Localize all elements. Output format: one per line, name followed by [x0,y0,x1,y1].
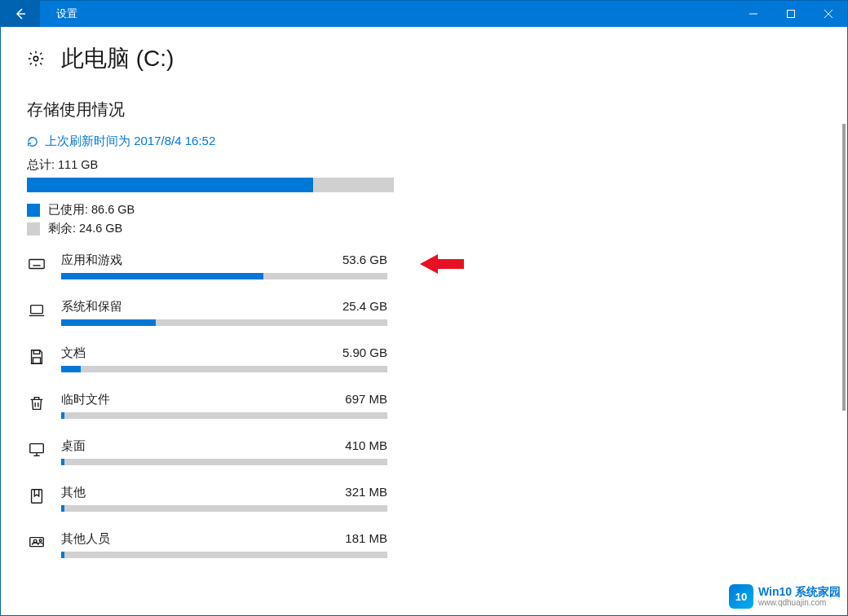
category-name: 系统和保留 [61,299,122,315]
watermark-line1: Win10 系统家园 [758,586,841,598]
minimize-button[interactable] [735,1,772,27]
legend-used: 已使用: 86.6 GB [27,202,821,218]
bookmark-icon [27,486,46,506]
category-body: 临时文件697 MB [61,392,387,419]
category-row[interactable]: 其他321 MB [27,485,821,512]
section-title: 存储使用情况 [27,99,821,121]
watermark: 10 Win10 系统家园 www.qdhuajin.com [729,584,841,609]
category-body: 其他321 MB [61,485,387,512]
gear-icon [27,50,45,68]
category-name: 桌面 [61,438,86,454]
keyboard-icon [27,254,46,274]
category-row[interactable]: 桌面410 MB [27,438,821,465]
category-bar-fill [61,273,263,279]
highlight-arrow-icon [420,253,464,279]
category-header: 系统和保留25.4 GB [61,299,387,315]
category-name: 其他人员 [61,531,110,547]
refresh-link[interactable]: 上次刷新时间为 2017/8/4 16:52 [27,134,821,149]
category-bar [61,459,387,465]
svg-marker-11 [420,254,464,274]
category-bar-fill [61,459,64,465]
category-body: 系统和保留25.4 GB [61,299,387,326]
close-icon [824,10,833,18]
arrow-left-icon [14,7,27,20]
category-bar-fill [61,552,64,558]
category-size: 697 MB [345,392,387,407]
category-header: 其他321 MB [61,485,387,500]
monitor-icon [27,440,46,460]
category-body: 桌面410 MB [61,438,387,465]
category-row[interactable]: 应用和游戏53.6 GB [27,253,821,279]
total-usage-bar [27,178,394,192]
category-bar-fill [61,366,81,372]
category-size: 5.90 GB [342,345,387,361]
watermark-line2: www.qdhuajin.com [758,598,841,607]
watermark-logo-icon: 10 [729,584,753,609]
category-name: 应用和游戏 [61,253,122,268]
category-bar [61,366,387,372]
category-row[interactable]: 文档5.90 GB [27,345,821,372]
category-row[interactable]: 系统和保留25.4 GB [27,299,821,326]
category-bar-fill [61,319,156,326]
category-body: 文档5.90 GB [61,345,387,372]
svg-rect-5 [29,260,44,269]
category-bar [61,273,387,279]
category-bar [61,505,387,512]
svg-rect-15 [33,358,40,363]
category-size: 53.6 GB [342,253,387,268]
scrollbar-thumb[interactable] [842,124,846,411]
maximize-icon [787,10,795,18]
save-icon [27,347,46,367]
category-bar-fill [61,505,64,512]
category-name: 文档 [61,345,86,361]
back-button[interactable] [1,1,40,27]
category-row[interactable]: 其他人员181 MB [27,531,821,558]
watermark-text: Win10 系统家园 www.qdhuajin.com [758,586,841,607]
title-bar: 设置 [1,1,847,27]
page-title: 此电脑 (C:) [61,43,174,74]
settings-window: 设置 此电脑 (C:) 存储使用情况 [0,0,848,616]
window-title: 设置 [56,7,77,21]
refresh-icon [27,136,38,147]
category-size: 25.4 GB [342,299,387,315]
total-label: 总计: 111 GB [27,157,821,173]
category-size: 321 MB [345,485,387,500]
refresh-text: 上次刷新时间为 2017/8/4 16:52 [45,134,215,149]
category-name: 其他 [61,485,86,500]
trash-icon [27,394,46,413]
svg-point-4 [33,56,38,61]
category-header: 临时文件697 MB [61,392,387,407]
page-header: 此电脑 (C:) [1,27,847,79]
svg-rect-1 [788,11,795,18]
used-swatch-icon [27,204,40,217]
used-label: 已使用: 86.6 GB [48,202,135,218]
svg-point-24 [39,539,42,542]
category-bar-fill [61,412,64,419]
category-body: 应用和游戏53.6 GB [61,253,387,279]
category-bar [61,552,387,558]
svg-rect-18 [30,444,44,453]
people-icon [27,533,46,552]
content-area: 此电脑 (C:) 存储使用情况 上次刷新时间为 2017/8/4 16:52 总… [1,27,847,615]
category-header: 文档5.90 GB [61,345,387,361]
category-header: 应用和游戏53.6 GB [61,253,387,268]
maximize-button[interactable] [772,1,810,27]
minimize-icon [749,10,757,18]
category-bar [61,412,387,419]
close-button[interactable] [810,1,847,27]
caption-buttons [735,1,847,27]
category-body: 其他人员181 MB [61,531,387,558]
legend-free: 剩余: 24.6 GB [27,221,821,236]
free-swatch-icon [27,222,40,235]
svg-rect-14 [33,350,39,354]
svg-rect-21 [32,490,42,504]
category-bar [61,319,387,326]
storage-section: 存储使用情况 上次刷新时间为 2017/8/4 16:52 总计: 111 GB… [1,99,847,558]
category-list: 应用和游戏53.6 GB系统和保留25.4 GB文档5.90 GB临时文件697… [27,253,821,558]
category-size: 410 MB [345,438,387,454]
category-row[interactable]: 临时文件697 MB [27,392,821,419]
laptop-icon [27,301,46,320]
category-name: 临时文件 [61,392,110,407]
category-size: 181 MB [345,531,387,547]
category-header: 桌面410 MB [61,438,387,454]
